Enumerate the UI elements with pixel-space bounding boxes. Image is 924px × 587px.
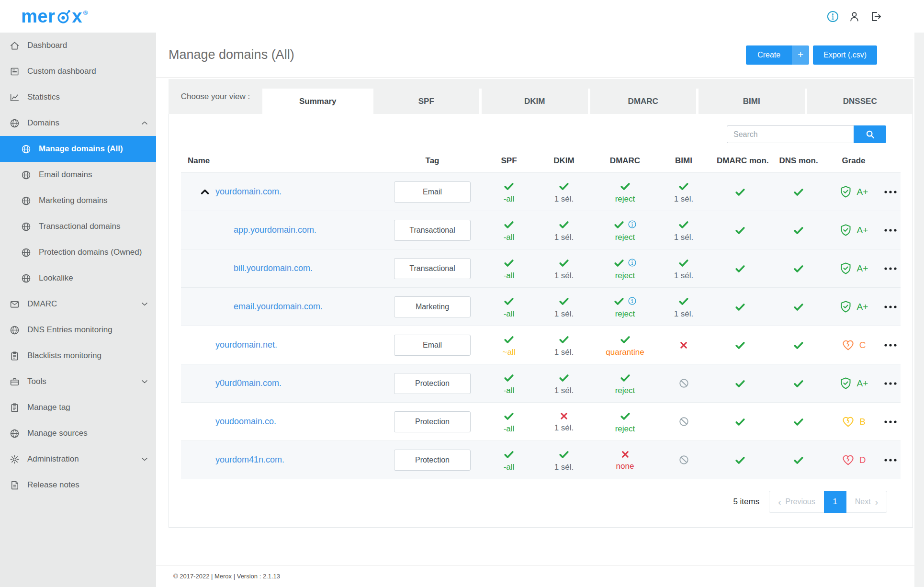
row-actions-menu[interactable] <box>880 441 901 479</box>
dns_mon-status-cell <box>770 249 827 287</box>
bimi-value: 1 sél. <box>674 310 694 318</box>
sidebar-item-label: Statistics <box>27 92 60 102</box>
row-actions-menu[interactable] <box>880 326 901 364</box>
check-icon <box>793 187 804 197</box>
previous-page-label: Previous <box>786 497 815 506</box>
tab-spf[interactable]: SPF <box>371 89 480 114</box>
row-actions-menu[interactable] <box>880 288 901 326</box>
row-actions-menu[interactable] <box>880 364 901 402</box>
dkim-status-cell: 1 sél. <box>535 364 593 402</box>
sidebar-item-custom-dashboard[interactable]: Custom dashboard <box>0 58 156 84</box>
info-icon[interactable] <box>628 220 637 229</box>
sidebar-item-transactional-domains[interactable]: Transactional domains <box>0 214 156 239</box>
caret-up-icon[interactable] <box>199 186 211 198</box>
info-icon[interactable] <box>826 10 839 23</box>
domain-name-cell: yourdom41n.com. <box>181 441 382 479</box>
tab-dkim[interactable]: DKIM <box>479 89 588 114</box>
spf-value: -all <box>504 271 515 280</box>
tab-dnssec[interactable]: DNSSEC <box>805 89 913 114</box>
registered-mark: ® <box>83 10 88 16</box>
sidebar-item-manage-sources[interactable]: Manage sources <box>0 420 156 446</box>
globe-icon <box>20 221 32 232</box>
check-icon <box>614 296 624 306</box>
sidebar-item-label: DNS Entries monitoring <box>27 325 113 335</box>
bimi-status-cell: 1 sél. <box>657 173 710 211</box>
sidebar-item-blacklists-monitoring[interactable]: Blacklists monitoring <box>0 343 156 369</box>
domain-link[interactable]: yourdomain.net. <box>215 340 277 350</box>
row-actions-menu[interactable] <box>880 249 901 287</box>
sidebar-item-manage-domains-all[interactable]: Manage domains (All) <box>0 136 156 162</box>
domain-link[interactable]: y0urd0main.com. <box>215 378 282 388</box>
next-page-button[interactable]: Next › <box>846 491 887 513</box>
domain-name-cell: email.yourdomain.com. <box>181 288 382 326</box>
broken-heart-icon <box>842 453 855 466</box>
sidebar-item-tools[interactable]: Tools <box>0 369 156 395</box>
check-icon <box>614 258 624 268</box>
choose-view-label: Choose your view : <box>169 79 262 114</box>
sidebar-item-dmarc[interactable]: DMARC <box>0 291 156 317</box>
sidebar-item-dashboard[interactable]: Dashboard <box>0 33 156 58</box>
check-icon <box>504 181 514 192</box>
grade-cell: D <box>827 441 880 479</box>
dmarc-status-cell: reject <box>593 288 657 326</box>
check-icon <box>793 417 804 427</box>
tag-cell: Protection <box>382 403 483 440</box>
dots-menu-icon <box>883 419 898 424</box>
spf-status-cell: -all <box>483 441 535 479</box>
previous-page-button[interactable]: ‹ Previous <box>769 491 824 513</box>
ban-icon <box>678 378 689 389</box>
domain-link[interactable]: app.yourdomain.com. <box>234 225 316 235</box>
spf-value: -all <box>504 463 515 471</box>
tab-dmarc[interactable]: DMARC <box>588 89 697 114</box>
scrollbar-track[interactable] <box>914 33 924 587</box>
domain-name-cell: yourdomain.com. <box>181 173 382 211</box>
search-button[interactable] <box>854 125 886 143</box>
pagination: 5 items ‹ Previous 1 Next › <box>181 479 901 527</box>
info-icon[interactable] <box>628 296 637 305</box>
column-header-dkim: DKIM <box>535 156 593 166</box>
info-icon[interactable] <box>628 258 637 267</box>
row-actions-menu[interactable] <box>880 173 901 211</box>
tab-summary[interactable]: Summary <box>262 89 371 114</box>
sidebar-item-release-notes[interactable]: Release notes <box>0 472 156 498</box>
create-button[interactable]: Create + <box>746 45 809 65</box>
dkim-status-cell: 1 sél. <box>535 441 593 479</box>
sidebar-item-marketing-domains[interactable]: Marketing domains <box>0 188 156 214</box>
domain-link[interactable]: email.yourdomain.com. <box>234 302 323 312</box>
dots-menu-icon <box>883 343 898 348</box>
user-account-icon[interactable] <box>848 10 861 23</box>
sidebar-item-label: Lookalike <box>39 273 73 283</box>
check-icon <box>504 219 514 230</box>
tag-cell: Transactional <box>382 211 483 249</box>
page-header: Manage domains (All) Create + Export (.c… <box>156 33 914 78</box>
row-actions-menu[interactable] <box>880 403 901 440</box>
domain-link[interactable]: yourdomain.com. <box>215 187 282 197</box>
tag-cell: Email <box>382 173 483 211</box>
sidebar-item-lookalike[interactable]: Lookalike <box>0 265 156 291</box>
dmarc_mon-status-cell <box>710 364 770 402</box>
dns_mon-status-cell <box>770 364 827 402</box>
sidebar-item-protection-domains-owned[interactable]: Protection domains (Owned) <box>0 239 156 265</box>
domain-link[interactable]: bill.yourdomain.com. <box>234 263 313 273</box>
sidebar-item-email-domains[interactable]: Email domains <box>0 162 156 188</box>
search-input[interactable] <box>727 125 854 143</box>
check-icon <box>504 373 514 383</box>
dkim-status-cell: 1 sél. <box>535 288 593 326</box>
create-button-label: Create <box>746 45 792 65</box>
sidebar-item-statistics[interactable]: Statistics <box>0 84 156 110</box>
sidebar-item-manage-tag[interactable]: Manage tag <box>0 395 156 420</box>
logout-icon[interactable] <box>869 10 882 23</box>
domain-link[interactable]: yourdom41n.com. <box>215 455 284 465</box>
current-page-button[interactable]: 1 <box>824 491 846 513</box>
export-csv-button[interactable]: Export (.csv) <box>813 45 877 65</box>
check-icon <box>678 181 689 192</box>
sidebar-item-administration[interactable]: Administration <box>0 446 156 472</box>
sidebar-item-domains[interactable]: Domains <box>0 110 156 136</box>
sidebar-item-dns-entries-monitoring[interactable]: DNS Entries monitoring <box>0 317 156 343</box>
row-actions-menu[interactable] <box>880 211 901 249</box>
chart-icon <box>9 91 20 103</box>
domain-link[interactable]: youdoomain.co. <box>215 417 276 427</box>
dkim-value: 1 sél. <box>554 348 574 356</box>
tag-badge: Transactional <box>394 258 471 279</box>
tab-bimi[interactable]: BIMI <box>696 89 805 114</box>
